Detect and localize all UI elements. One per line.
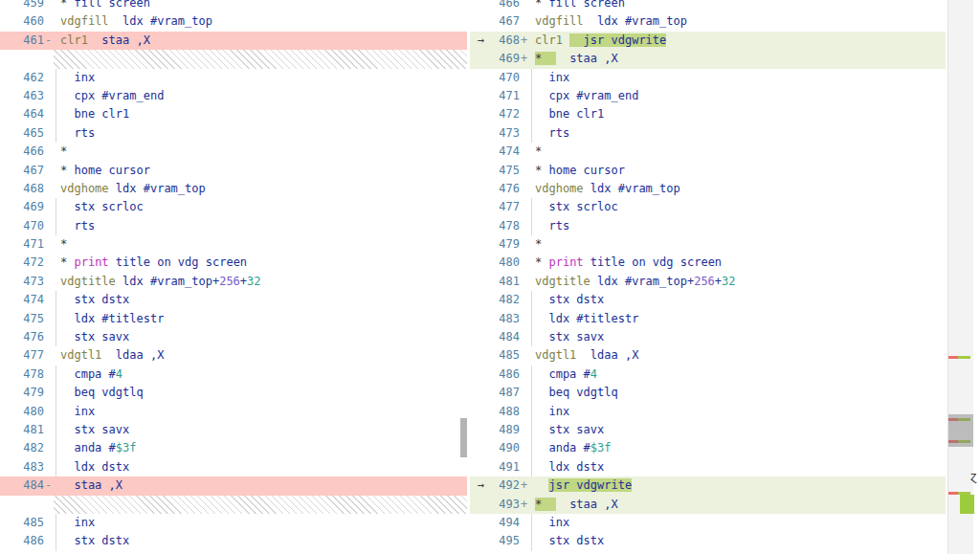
code-line[interactable]: 486 stx dstx [0, 532, 467, 550]
code-line[interactable]: 489 stx savx [470, 421, 946, 439]
code-line[interactable]: 475* home cursor [470, 162, 946, 180]
code-line[interactable]: 460vdgfill ldx #vram_top [0, 12, 467, 31]
deleted-line[interactable]: 484- staa ,X [0, 476, 467, 495]
line-number: 474 [484, 143, 520, 161]
line-number: 491 [484, 458, 520, 476]
line-number: 493 [484, 496, 520, 514]
code-line[interactable]: 485 inx [0, 514, 467, 532]
code-line[interactable]: 481vdgtitle ldx #vram_top+256+32 [470, 273, 946, 291]
code-line[interactable]: 466* fill screen [470, 0, 946, 12]
code-line[interactable]: 472 bne clr1 [470, 105, 946, 123]
code-line[interactable]: 462 inx [0, 69, 467, 87]
code-line[interactable]: 466* [0, 143, 467, 161]
marker-spacer [520, 217, 530, 235]
arrow-spacer [470, 180, 484, 198]
line-number: 480 [0, 403, 44, 421]
code-line[interactable]: 476 stx savx [0, 328, 467, 346]
code-token: title on vdg screen [584, 255, 723, 269]
code-line[interactable]: 483 ldx #titlestr [470, 310, 946, 328]
code-line[interactable]: 471* [0, 235, 467, 254]
code-text: inx [55, 403, 467, 421]
deleted-line[interactable]: 461-clr1 staa ,X [0, 32, 467, 50]
code-line[interactable]: 488 inx [470, 403, 946, 421]
code-line[interactable]: 467* home cursor [0, 162, 467, 180]
code-line[interactable]: 475 ldx #titlestr [0, 310, 467, 328]
code-token: 32 [247, 275, 260, 288]
code-line[interactable]: 474* [470, 143, 946, 161]
code-token: + [240, 275, 247, 288]
line-number: 485 [0, 514, 44, 532]
line-number: 463 [0, 87, 44, 105]
code-line[interactable]: 480* print title on vdg screen [470, 254, 946, 272]
code-line[interactable]: 469 stx scrloc [0, 198, 467, 216]
code-token: stx dstx [60, 534, 129, 547]
line-number: 475 [0, 310, 44, 328]
code-line[interactable]: 474 stx dstx [0, 291, 467, 309]
change-marker-red[interactable] [948, 492, 958, 495]
code-line[interactable]: 473vdgtitle ldx #vram_top+256+32 [0, 273, 467, 291]
added-block-marker[interactable] [960, 495, 974, 514]
addition-marker: + [520, 496, 530, 514]
marker-spacer [44, 254, 55, 272]
code-line[interactable]: 480 inx [0, 403, 467, 421]
change-marker-green[interactable] [958, 356, 970, 359]
code-token: clr1 [535, 33, 563, 47]
marker-spacer [520, 273, 530, 291]
code-line[interactable]: 495 stx dstx [470, 532, 946, 550]
code-line[interactable]: 464 bne clr1 [0, 105, 467, 123]
right-scrollbar-thumb[interactable] [948, 414, 973, 447]
code-line[interactable]: 472* print title on vdg screen [0, 254, 467, 272]
code-line[interactable]: 465 rts [0, 124, 467, 143]
added-line[interactable]: 469+* staa ,X [470, 50, 946, 68]
code-line[interactable]: 490 anda #$3f [470, 439, 946, 457]
code-line[interactable]: 481 stx savx [0, 421, 467, 439]
code-line[interactable]: 479 beq vdgtlq [0, 384, 467, 402]
code-line[interactable]: 470 rts [0, 217, 467, 235]
code-line[interactable]: 471 cpx #vram_end [470, 87, 946, 105]
code-line[interactable]: 467vdgfill ldx #vram_top [470, 12, 946, 31]
code-line[interactable]: 459* fill screen [0, 0, 467, 12]
added-line[interactable]: →492+ jsr vdgwrite [470, 476, 946, 495]
code-line[interactable]: 470 inx [470, 69, 946, 87]
code-line[interactable]: 491 ldx dstx [470, 458, 946, 476]
line-number: 487 [484, 384, 520, 402]
code-line[interactable]: 486 cmpa #4 [470, 366, 946, 384]
change-arrow-icon: → [470, 32, 484, 50]
code-text: beq vdgtlq [530, 384, 946, 402]
code-text: * [55, 235, 467, 254]
code-line[interactable]: 479* [470, 235, 946, 254]
code-text: inx [55, 514, 467, 532]
code-line[interactable]: 482 anda #$3f [0, 439, 467, 457]
code-token: rts [60, 219, 95, 233]
change-marker-red[interactable] [948, 356, 958, 359]
left-scrollbar-thumb[interactable] [460, 418, 467, 457]
arrow-spacer [470, 50, 484, 68]
code-line[interactable]: 482 stx dstx [470, 291, 946, 309]
left-editor-rows: 459* fill screen460vdgfill ldx #vram_top… [0, 0, 467, 551]
code-line[interactable]: 478 cmpa #4 [0, 366, 467, 384]
code-line[interactable]: 487 beq vdgtlq [470, 384, 946, 402]
code-line[interactable]: 473 rts [470, 124, 946, 143]
added-line[interactable]: 493+* staa ,X [470, 496, 946, 514]
code-line[interactable]: 463 cpx #vram_end [0, 87, 467, 105]
added-line[interactable]: →468+clr1 jsr vdgwrite [470, 32, 946, 50]
code-line[interactable]: 494 inx [470, 514, 946, 532]
code-line[interactable]: 476vdghome ldx #vram_top [470, 180, 946, 198]
gutter-spacer [0, 50, 54, 68]
code-line[interactable]: 477vdgtl1 ldaa ,X [0, 346, 467, 365]
code-token: ldaa ,X [101, 348, 164, 362]
code-line[interactable]: 485vdgtl1 ldaa ,X [470, 346, 946, 365]
code-line[interactable]: 477 stx scrloc [470, 198, 946, 216]
line-number: 482 [484, 291, 520, 309]
line-number: 460 [0, 12, 44, 31]
code-line[interactable]: 484 stx savx [470, 328, 946, 346]
code-token: bne clr1 [60, 107, 129, 121]
line-number: 468 [0, 180, 44, 198]
code-line[interactable]: 478 rts [470, 217, 946, 235]
code-text: ldx #titlestr [55, 310, 467, 328]
code-token [535, 478, 548, 492]
line-number: 486 [484, 366, 520, 384]
code-line[interactable]: 483 ldx dstx [0, 458, 467, 476]
code-line[interactable]: 468vdghome ldx #vram_top [0, 180, 467, 198]
diff-view: 459* fill screen460vdgfill ldx #vram_top… [0, 0, 980, 554]
